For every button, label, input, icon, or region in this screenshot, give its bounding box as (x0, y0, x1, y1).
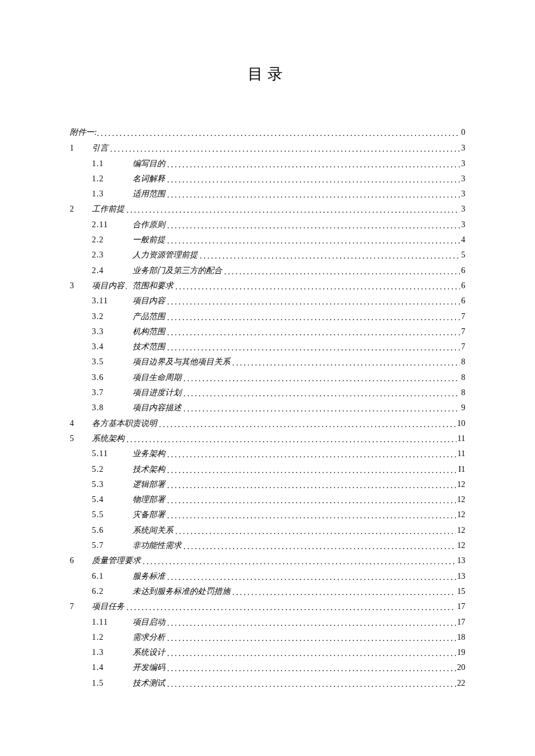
table-of-contents: 附件一: 01引言 31.1编写目的 31.2名词解释 31.3适用范围 32工… (70, 125, 465, 691)
toc-entry: 1.3系统设计 19 (70, 645, 465, 660)
toc-leader-dots (184, 402, 461, 417)
toc-label: 项目任务 (92, 599, 124, 614)
toc-sub-number: 1.3 (92, 187, 133, 202)
toc-label: 业务架构 (133, 446, 165, 461)
toc-label: 一般前提 (133, 232, 165, 248)
toc-page-number: 6 (460, 278, 465, 293)
toc-entry: 3.7项目进度计划 8 (70, 385, 465, 400)
toc-label: 项目内容 (133, 293, 165, 309)
toc-sub-number: 2.2 (92, 232, 133, 248)
toc-leader-dots (167, 234, 461, 249)
toc-label: 合作原则 (133, 217, 165, 232)
page-title: 目录 (70, 64, 465, 84)
toc-sub-number: 2.4 (92, 263, 133, 278)
toc-sub-number: 3.11 (92, 293, 133, 309)
toc-chapter-number: 4 (70, 416, 92, 431)
toc-leader-dots (167, 646, 456, 661)
toc-entry: 3.5项目边界及与其他项目关系 8 (70, 354, 465, 370)
toc-page-number: 0 (460, 125, 465, 140)
toc-leader-dots (184, 371, 461, 386)
toc-label: 非功能性需求 (133, 538, 181, 553)
toc-page-number: 7 (460, 309, 465, 324)
toc-label: 项目进度计划 (133, 385, 181, 400)
toc-sub-number: 1.11 (92, 615, 133, 630)
toc-label: 引言 (92, 141, 108, 156)
toc-page-number: 18 (456, 630, 465, 645)
toc-entry: 6质量管理要求 13 (70, 553, 465, 568)
toc-label: 适用范围 (133, 187, 165, 202)
toc-page-number: 8 (460, 354, 465, 370)
toc-label: 机构范围 (133, 324, 165, 339)
toc-leader-dots (233, 356, 461, 371)
toc-entry: 1.2需求分析 18 (70, 630, 465, 645)
toc-leader-dots (167, 570, 456, 585)
toc-leader-dots (143, 554, 456, 569)
toc-chapter-number: 2 (70, 202, 92, 217)
toc-leader-dots (176, 524, 456, 539)
toc-leader-dots (167, 616, 456, 631)
toc-label: 项目内容描述 (133, 400, 181, 415)
toc-entry: 3.3机构范围 7 (70, 324, 465, 339)
toc-page-number: 6 (460, 293, 465, 309)
toc-sub-number: 5.11 (92, 446, 133, 461)
toc-entry: 1.11项目启动 17 (70, 615, 465, 630)
toc-leader-dots (224, 264, 461, 280)
toc-entry: 3.2产品范围 7 (70, 309, 465, 324)
toc-label: 项目内容、范围和要求 (92, 278, 173, 293)
toc-entry: 5.4物理部署 12 (70, 492, 465, 507)
toc-entry: 4各方基本职责说明 10 (70, 416, 465, 431)
toc-label: 附件一: (70, 125, 97, 140)
toc-entry: 5.3逻辑部署 12 (70, 477, 465, 492)
toc-label: 系统间关系 (133, 523, 173, 538)
toc-leader-dots (167, 447, 456, 463)
toc-sub-number: 1.2 (92, 630, 133, 645)
toc-leader-dots (184, 539, 456, 554)
toc-entry: 3.8项目内容描述 9 (70, 400, 465, 415)
toc-label: 名词解释 (133, 171, 165, 187)
toc-sub-number: 3.2 (92, 309, 133, 324)
toc-label: 人力资源管理前提 (133, 248, 198, 263)
toc-label: 开发编码 (133, 660, 165, 675)
toc-label: 编写目的 (133, 156, 165, 171)
toc-leader-dots (167, 478, 456, 493)
toc-entry: 附件一: 0 (70, 125, 465, 140)
toc-label: 产品范围 (133, 309, 165, 324)
toc-label: 逻辑部署 (133, 477, 165, 492)
toc-page-number: 12 (456, 538, 465, 553)
toc-sub-number: 6.2 (92, 584, 133, 599)
toc-chapter-number: 6 (70, 553, 92, 568)
toc-entry: 5.5灾备部署 12 (70, 507, 465, 522)
toc-sub-number: 3.3 (92, 324, 133, 339)
toc-page-number: 8 (460, 385, 465, 400)
toc-label: 物理部署 (133, 492, 165, 507)
toc-leader-dots (233, 585, 456, 600)
toc-leader-dots (167, 631, 456, 646)
toc-entry: 5.6系统间关系 12 (70, 523, 465, 538)
toc-leader-dots (110, 142, 461, 157)
toc-leader-dots (97, 126, 460, 141)
toc-leader-dots (200, 249, 461, 264)
toc-page-number: 12 (456, 507, 465, 522)
toc-entry: 5.11业务架构 11 (70, 446, 465, 461)
toc-sub-number: 1.2 (92, 171, 133, 187)
toc-label: 质量管理要求 (92, 553, 141, 568)
toc-leader-dots (167, 508, 456, 524)
toc-page-number: 11 (456, 446, 465, 461)
toc-page-number: 19 (456, 645, 465, 660)
toc-sub-number: 1.4 (92, 660, 133, 675)
toc-leader-dots (167, 493, 456, 508)
toc-sub-number: 1.1 (92, 156, 133, 171)
toc-sub-number: 3.6 (92, 370, 133, 385)
toc-label: 技术范围 (133, 339, 165, 354)
toc-leader-dots (127, 203, 461, 218)
toc-page-number: 12 (456, 523, 465, 538)
toc-entry: 6.1服务标准 13 (70, 569, 465, 584)
toc-leader-dots (167, 325, 461, 341)
toc-sub-number: 5.5 (92, 507, 133, 522)
toc-page-number: 6 (460, 263, 465, 278)
toc-leader-dots (167, 218, 461, 234)
toc-label: 未达到服务标准的处罚措施 (133, 584, 230, 599)
toc-sub-number: 5.3 (92, 477, 133, 492)
toc-page-number: 3 (460, 171, 465, 187)
toc-page-number: 10 (456, 416, 465, 431)
